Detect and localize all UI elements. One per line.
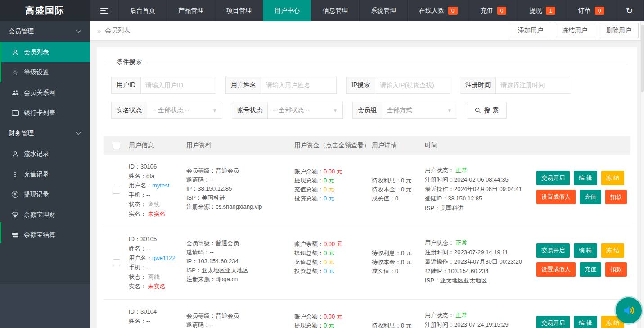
nav-counter-recharge[interactable]: 充值 0 bbox=[469, 0, 518, 21]
invest-amount[interactable]: 0 元 bbox=[324, 268, 334, 274]
username-link[interactable]: mytest bbox=[152, 182, 169, 189]
field-label: 会员等级： bbox=[186, 240, 216, 246]
balance-amount[interactable]: 0.00 元 bbox=[324, 241, 342, 247]
row-checkbox[interactable] bbox=[113, 259, 120, 266]
sidebar-item-label: 余额宝结算 bbox=[24, 231, 55, 239]
field-label: 成长值： bbox=[372, 195, 395, 202]
realname-status: 未实名 bbox=[148, 283, 166, 290]
register-time-input[interactable] bbox=[496, 77, 571, 94]
member-level: 普通会员 bbox=[216, 312, 239, 319]
realname-status-select[interactable]: -- 全部状态 -- ▼ bbox=[147, 102, 222, 119]
balance-amount[interactable]: 0.00 元 bbox=[324, 168, 342, 175]
user-id-input[interactable] bbox=[141, 77, 216, 94]
scrollbar-thumb[interactable] bbox=[641, 25, 644, 92]
nav-item-system[interactable]: 系统管理 bbox=[359, 0, 407, 21]
sidebar-item-withdraw-records[interactable]: ¥ 提现记录 bbox=[0, 184, 90, 205]
sidebar-item-bank-cards[interactable]: 银行卡列表 bbox=[0, 103, 90, 123]
user-id: 30104 bbox=[140, 308, 157, 315]
user-id-group: 用户ID bbox=[111, 77, 216, 94]
user-detail-cell: 待收利息：0 元 待收本金：0 元 成长值：0 bbox=[372, 234, 425, 276]
sidebar-item-relation-network[interactable]: 会员关系网 bbox=[0, 82, 90, 103]
caret-down-icon: ▼ bbox=[212, 108, 217, 113]
sidebar-item-level-settings[interactable]: ☆ 等级设置 bbox=[0, 62, 90, 82]
balance-amount[interactable]: 0.00 元 bbox=[324, 313, 342, 320]
field-label: 待收利息： bbox=[372, 322, 401, 328]
sidebar-group-finance[interactable]: 财务管理 bbox=[0, 123, 90, 144]
freeze-button[interactable]: 冻 结 bbox=[601, 171, 625, 185]
login-isp: 亚太地区亚太地区 bbox=[440, 277, 487, 284]
user-name-input[interactable] bbox=[261, 77, 337, 94]
counter-label: 在线人数 bbox=[419, 7, 444, 15]
sidebar-item-yuebao-settlement[interactable]: 余额宝结算 bbox=[0, 225, 90, 245]
delete-user-button[interactable]: 删除用户 bbox=[599, 23, 639, 38]
recharge-button[interactable]: 充值 bbox=[580, 190, 601, 204]
counter-label: 充值 bbox=[481, 7, 493, 15]
freeze-button[interactable]: 冻 结 bbox=[601, 243, 625, 258]
freeze-user-button[interactable]: 冻结用户 bbox=[555, 23, 594, 38]
withdraw-amount[interactable]: 0 元 bbox=[324, 322, 334, 328]
table-row: ID：30104 姓名：-- 用户名：ab0036 手机：-- 状态： 离线 实… bbox=[104, 300, 630, 328]
field-label: 实名： bbox=[129, 210, 148, 217]
account-status-label: 账号状态 bbox=[232, 102, 268, 119]
nav-item-products[interactable]: 产品管理 bbox=[167, 0, 215, 21]
recharge-amount[interactable]: 0 元 bbox=[324, 186, 334, 193]
page-scrollbar[interactable] bbox=[640, 21, 644, 328]
sidebar-item-member-list[interactable]: 会员列表 bbox=[0, 42, 90, 62]
recharge-amount[interactable]: 0 元 bbox=[324, 259, 334, 265]
set-fake-button[interactable]: 设置成假人 bbox=[536, 262, 576, 277]
sidebar-group-members[interactable]: 会员管理 bbox=[0, 21, 90, 42]
field-label: ISP： bbox=[425, 277, 440, 284]
nav-counter-online[interactable]: 在线人数 0 bbox=[407, 0, 469, 21]
nav-counter-withdraw[interactable]: 提现 1 bbox=[518, 0, 567, 21]
search-button[interactable]: 搜 索 bbox=[467, 102, 507, 119]
field-label: 待收利息： bbox=[372, 250, 401, 256]
nav-item-projects[interactable]: 项目管理 bbox=[215, 0, 263, 21]
time-cell: 用户状态： 正常 注册时间：2023-07-29 14:19:11 最近操作：2… bbox=[425, 234, 535, 285]
nav-counter-orders[interactable]: 订单 0 bbox=[567, 0, 616, 21]
sidebar-toggle-button[interactable] bbox=[90, 0, 118, 21]
row-checkbox[interactable] bbox=[113, 187, 120, 194]
field-label: 状态： bbox=[129, 201, 148, 208]
edit-button[interactable]: 编 辑 bbox=[574, 243, 597, 258]
add-user-button[interactable]: 添加用户 bbox=[511, 23, 550, 38]
sidebar-item-flow-records[interactable]: 流水记录 bbox=[0, 144, 90, 164]
user-profile-cell: 会员等级：普通会员 邀请码：-- IP：38.150.12.85 ISP：美国科… bbox=[186, 162, 294, 211]
ip-search-label: IP搜索 bbox=[346, 77, 375, 94]
select-value: 全部方式 bbox=[387, 106, 412, 114]
invest-amount[interactable]: 0 元 bbox=[324, 195, 334, 202]
select-all-checkbox[interactable] bbox=[113, 142, 120, 149]
nav-item-info[interactable]: 信息管理 bbox=[311, 0, 359, 21]
user-detail-cell: 待收利息：0 元 待收本金：0 元 成长值：0 bbox=[372, 307, 425, 328]
audio-notification-button[interactable] bbox=[616, 297, 642, 323]
search-row-1: 用户ID 用户姓名 IP搜索 注册时间 bbox=[111, 77, 629, 94]
nav-item-home[interactable]: 后台首页 bbox=[118, 0, 167, 21]
sidebar-scroll-indicator bbox=[0, 222, 1, 243]
field-label: 姓名： bbox=[129, 245, 146, 252]
withdraw-amount[interactable]: 0 元 bbox=[324, 250, 334, 256]
field-label: 实名： bbox=[129, 283, 148, 290]
trade-toggle-button[interactable]: 交易开启 bbox=[536, 316, 570, 328]
ip-search-input[interactable] bbox=[375, 77, 450, 94]
nav-item-user-center[interactable]: 用户中心 bbox=[263, 0, 311, 21]
username-link[interactable]: qwe1122 bbox=[152, 255, 176, 261]
member-group-select[interactable]: 全部方式 ▼ bbox=[382, 102, 457, 119]
deduct-button[interactable]: 扣款 bbox=[605, 262, 627, 277]
trade-toggle-button[interactable]: 交易开启 bbox=[536, 171, 570, 185]
hamburger-icon bbox=[100, 7, 108, 15]
account-status-select[interactable]: -- 全部状态 -- ▼ bbox=[268, 102, 343, 119]
edit-button[interactable]: 编 辑 bbox=[574, 171, 597, 185]
edit-button[interactable]: 编 辑 bbox=[574, 316, 597, 328]
table-row: ID：30105 姓名：-- 用户名：qwe1122 手机：-- 状态： 离线 … bbox=[104, 227, 630, 300]
page-title: 会员列表 bbox=[105, 27, 130, 35]
field-label: ID： bbox=[129, 308, 140, 315]
sidebar-item-recharge-records[interactable]: ⋮ 充值记录 bbox=[0, 164, 90, 184]
refresh-button[interactable]: ↻ bbox=[616, 0, 643, 21]
trade-toggle-button[interactable]: 交易开启 bbox=[536, 243, 570, 258]
member-group-label: 会员组 bbox=[352, 102, 382, 119]
field-label: 用户名： bbox=[129, 255, 152, 261]
set-fake-button[interactable]: 设置成假人 bbox=[536, 190, 576, 204]
recharge-button[interactable]: 充值 bbox=[580, 262, 601, 277]
sidebar-item-yuebao-finance[interactable]: 余额宝理财 bbox=[0, 205, 90, 225]
withdraw-amount[interactable]: 0 元 bbox=[324, 177, 334, 184]
deduct-button[interactable]: 扣款 bbox=[605, 190, 627, 204]
